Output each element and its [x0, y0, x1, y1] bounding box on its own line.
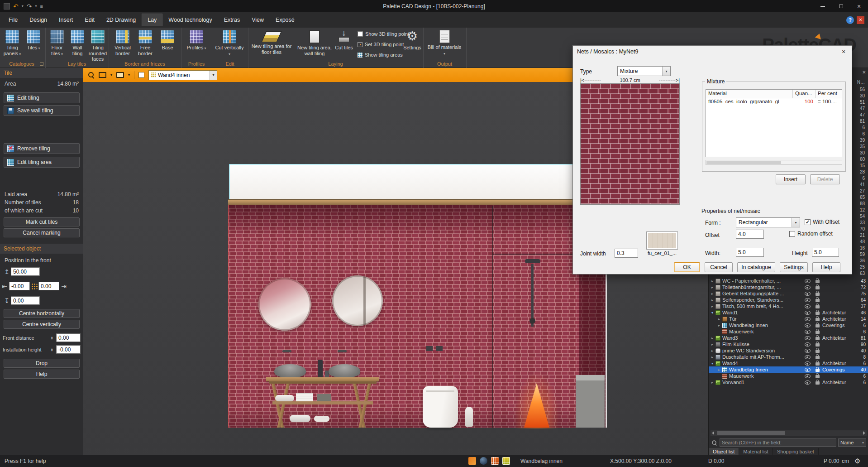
tree-row-prime-wc-standversion[interactable]: ▸prime WC Standversion40 — [709, 347, 868, 354]
lock-icon[interactable] — [812, 355, 822, 359]
scrollbar-thumb[interactable] — [706, 161, 781, 164]
tree-expander-icon[interactable]: ▾ — [710, 361, 715, 366]
position-bottom-input[interactable]: 0.00 — [11, 296, 40, 305]
zoom-icon[interactable] — [88, 72, 95, 78]
edit-tiling-area-button[interactable]: Edit tiling area — [4, 157, 80, 168]
form-select[interactable]: Rectangular ▾ — [736, 217, 800, 227]
maximize-button[interactable] — [832, 0, 850, 12]
gear-icon[interactable]: ⚙ — [854, 457, 860, 465]
tree-expander-icon[interactable]: ▸ — [710, 342, 715, 347]
tree-row-wand1[interactable]: ▾Wand1Architektur46 — [709, 309, 868, 316]
centre-horizontally-button[interactable]: Centre horizontally — [4, 309, 80, 318]
lock-icon[interactable] — [812, 368, 822, 372]
cancel-marking-button[interactable]: Cancel marking — [4, 228, 80, 237]
bill-of-materials-button[interactable]: Bill of materials — [427, 29, 462, 65]
lock-icon[interactable] — [812, 279, 822, 283]
render-mode-icon[interactable] — [116, 72, 124, 78]
floor-tiles-button[interactable]: Floor tiles — [47, 29, 67, 65]
tree-row-tisch-500-mm-breit-4-ho[interactable]: ▸Tisch, 500 mm breit, 4 Ho...37 — [709, 303, 868, 309]
insert-button[interactable]: Insert — [776, 174, 806, 184]
eye-icon[interactable] — [802, 368, 812, 372]
tree-row-vorwand1[interactable]: ▸Vorwand1Architektur6 — [709, 379, 868, 385]
base-button[interactable]: Base — [157, 29, 178, 65]
col-percent[interactable]: Per cent — [816, 90, 842, 98]
tree-expander-icon[interactable]: ▸ — [710, 336, 715, 340]
menu-item-design[interactable]: Design — [24, 14, 53, 26]
menu-item-file[interactable]: File — [3, 14, 24, 26]
show-tiling-areas-button[interactable]: Show tiling areas — [358, 52, 406, 58]
show-3d-tiling-point-checkbox[interactable]: Show 3D tiling point — [358, 31, 406, 37]
toolbar-checkbox[interactable] — [138, 72, 144, 78]
eye-icon[interactable] — [802, 342, 812, 347]
joint-width-input[interactable]: 0.3 — [615, 249, 638, 258]
tree-row-wand3[interactable]: ▸Wand3Architektur81 — [709, 335, 868, 341]
laying-settings-button[interactable]: ⚙ Settings — [402, 29, 423, 65]
tree-expander-icon[interactable]: ▸ — [710, 292, 715, 296]
eye-icon[interactable] — [802, 317, 812, 321]
customize-toolbar-icon[interactable]: ≡ — [40, 4, 43, 9]
cut-vertically-button[interactable]: Cut vertically — [215, 29, 244, 65]
height-input[interactable]: 5.0 — [812, 248, 839, 257]
chevron-down-icon[interactable]: ▾ — [128, 73, 130, 77]
cut-tiles-button[interactable]: Cut tiles — [333, 29, 355, 65]
eye-icon[interactable] — [802, 374, 812, 378]
in-catalogue-button[interactable]: In catalogue — [737, 262, 775, 272]
menu-item-insert[interactable]: Insert — [53, 14, 79, 26]
lock-icon[interactable] — [812, 304, 822, 308]
with-offset-checkbox[interactable]: ✓ With Offset — [805, 219, 839, 225]
new-tiling-area-wall-button[interactable]: New tiling area, wall tiling — [295, 29, 334, 65]
lock-icon[interactable] — [812, 298, 822, 302]
eye-icon[interactable] — [802, 361, 812, 366]
random-offset-checkbox[interactable]: Random offset — [789, 231, 833, 237]
tab-object-list[interactable]: Object list — [709, 448, 739, 455]
help-button[interactable]: Help — [4, 370, 80, 379]
tab-shopping-basket[interactable]: Shopping basket — [773, 448, 819, 455]
centre-vertically-button[interactable]: Centre vertically — [4, 320, 80, 329]
scroll-left-icon[interactable] — [712, 431, 714, 435]
lock-icon[interactable] — [812, 292, 822, 296]
front-distance-input[interactable]: 0.00 — [56, 333, 81, 342]
menu-item-expos[interactable]: Exposé — [270, 14, 300, 26]
redo-icon[interactable]: ↷ — [27, 3, 32, 10]
menu-item-lay[interactable]: Lay — [142, 14, 162, 26]
lock-icon[interactable] — [812, 317, 822, 321]
lock-icon[interactable] — [812, 374, 822, 378]
tab-material-list[interactable]: Material list — [739, 448, 773, 455]
lock-icon[interactable] — [812, 361, 822, 366]
tree-expander-icon[interactable]: ▸ — [716, 317, 722, 321]
save-wall-tiling-button[interactable]: Save wall tiling — [4, 105, 80, 116]
view-mode-icon[interactable] — [99, 72, 106, 78]
tree-row-duschs-ule-mit-ap-therm[interactable]: ▸Duschsäule mit AP-Therm...8 — [709, 354, 868, 360]
stepper-icon[interactable] — [51, 348, 55, 351]
redo-dropdown-caret-icon[interactable]: ▾ — [35, 4, 37, 8]
tree-expander-icon[interactable]: ▸ — [710, 355, 715, 359]
tree-row-geberit-bet-tigungsplatte[interactable]: ▸Geberit Betätigungsplatte ...75 — [709, 290, 868, 297]
tree-expander-icon[interactable]: ▸ — [710, 380, 715, 385]
tree-row-wc-papierrollenhalter[interactable]: ▸WC - Papierrollenhalter, ...43 — [709, 278, 868, 284]
sphere-icon[interactable] — [480, 457, 487, 465]
eye-icon[interactable] — [802, 330, 812, 334]
status-unit[interactable]: cm — [842, 458, 849, 464]
tree-expander-icon[interactable]: ▾ — [710, 311, 715, 315]
eye-icon[interactable] — [802, 349, 812, 353]
lock-icon[interactable] — [812, 285, 822, 289]
mixture-table-row[interactable]: fl0505_ces_icolo_grgranato_gl 100 = 100.… — [706, 98, 842, 106]
position-left-input[interactable]: -0.00 — [9, 282, 30, 290]
menu-item-wood-technology[interactable]: Wood technology — [162, 14, 218, 26]
tree-expander-icon[interactable]: ▸ — [710, 349, 715, 353]
eye-icon[interactable] — [802, 304, 812, 308]
reference-grid-icon[interactable] — [31, 283, 38, 289]
tree-row-mauerwerk[interactable]: Mauerwerk6 — [709, 328, 868, 335]
sort-select[interactable]: Name — [838, 438, 866, 447]
lock-icon[interactable] — [812, 336, 822, 340]
tree-row-film-kulisse[interactable]: ▸Film-Kulisse90 — [709, 341, 868, 347]
type-select[interactable]: Mixture ▾ — [617, 66, 671, 76]
eye-icon[interactable] — [802, 355, 812, 359]
remove-tiling-button[interactable]: Remove tiling — [4, 143, 80, 154]
ok-button[interactable]: OK — [674, 262, 700, 272]
minimize-button[interactable] — [814, 0, 832, 12]
help-icon[interactable]: ? — [846, 16, 854, 24]
eye-icon[interactable] — [802, 311, 812, 315]
tiles-button[interactable]: Tiles — [24, 29, 43, 65]
tree-row-wandbelag-innen[interactable]: ▸Wandbelag InnenCoverings6 — [709, 322, 868, 328]
